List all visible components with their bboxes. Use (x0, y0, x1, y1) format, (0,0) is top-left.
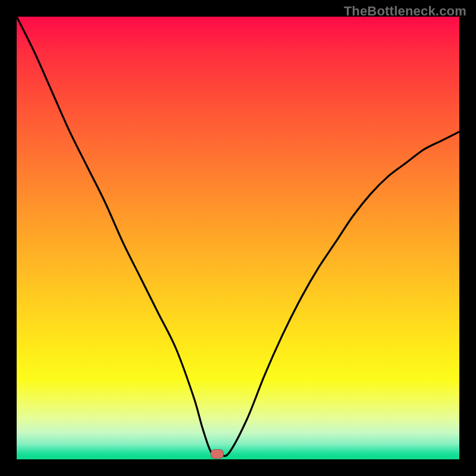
plot-area (17, 17, 459, 459)
valley-marker (211, 449, 224, 459)
bottleneck-curve (17, 17, 459, 459)
outer-frame: TheBottleneck.com (0, 0, 476, 476)
watermark-text: TheBottleneck.com (344, 4, 466, 19)
